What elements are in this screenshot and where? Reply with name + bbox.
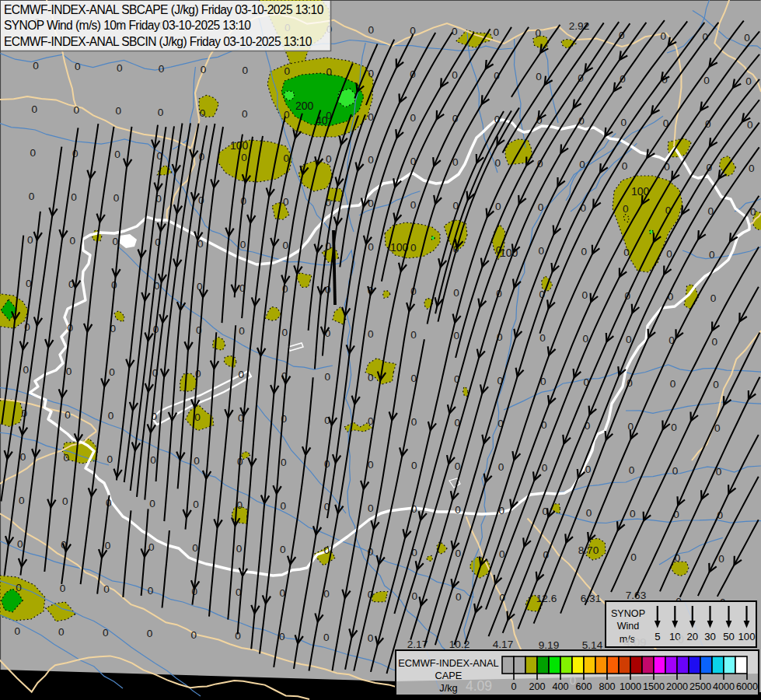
- svg-text:0: 0: [236, 543, 243, 555]
- svg-text:6.31: 6.31: [581, 593, 601, 604]
- svg-text:0: 0: [31, 103, 37, 115]
- svg-text:0: 0: [495, 201, 501, 212]
- svg-text:0: 0: [27, 234, 33, 246]
- svg-text:0: 0: [535, 27, 541, 39]
- svg-text:0: 0: [158, 107, 164, 118]
- svg-text:0: 0: [623, 203, 629, 215]
- svg-text:0: 0: [452, 69, 458, 81]
- svg-text:0: 0: [326, 153, 332, 165]
- svg-text:0: 0: [29, 191, 35, 202]
- svg-text:0: 0: [511, 681, 516, 692]
- svg-text:0: 0: [148, 585, 154, 597]
- svg-text:0: 0: [192, 542, 198, 554]
- svg-text:0: 0: [718, 553, 724, 565]
- svg-text:0: 0: [64, 452, 70, 464]
- svg-text:0: 0: [668, 334, 675, 346]
- svg-text:0: 0: [201, 64, 207, 75]
- svg-text:0: 0: [368, 154, 374, 166]
- svg-text:0: 0: [279, 631, 285, 642]
- svg-text:0: 0: [747, 119, 753, 131]
- svg-text:0: 0: [103, 583, 110, 595]
- svg-text:0: 0: [749, 163, 755, 174]
- svg-text:0: 0: [243, 65, 249, 76]
- svg-text:0: 0: [453, 287, 459, 299]
- svg-text:0: 0: [410, 329, 417, 341]
- svg-text:0: 0: [66, 366, 72, 377]
- svg-text:0: 0: [74, 104, 80, 116]
- svg-text:0: 0: [710, 292, 717, 304]
- svg-text:0: 0: [709, 249, 715, 261]
- svg-text:0: 0: [670, 378, 676, 390]
- svg-text:CAPE: CAPE: [435, 670, 463, 681]
- svg-text:0: 0: [58, 626, 65, 638]
- svg-text:4000: 4000: [713, 681, 735, 692]
- svg-text:0: 0: [14, 625, 20, 637]
- svg-text:5.14: 5.14: [582, 639, 603, 651]
- svg-text:0: 0: [242, 108, 248, 120]
- svg-text:0: 0: [411, 416, 417, 428]
- svg-text:2000: 2000: [666, 681, 688, 692]
- svg-text:6000: 6000: [736, 681, 758, 692]
- svg-text:200: 200: [529, 681, 545, 692]
- svg-text:20: 20: [686, 631, 698, 642]
- svg-text:0: 0: [20, 451, 26, 463]
- svg-text:0: 0: [149, 498, 155, 509]
- svg-text:0: 0: [410, 199, 417, 211]
- svg-text:0: 0: [60, 583, 66, 594]
- svg-text:0: 0: [570, 674, 576, 687]
- svg-text:0: 0: [103, 627, 109, 639]
- svg-text:0: 0: [112, 236, 118, 247]
- svg-text:0: 0: [194, 455, 200, 467]
- svg-text:0: 0: [626, 334, 632, 345]
- svg-text:0: 0: [70, 235, 76, 247]
- svg-text:0: 0: [283, 196, 289, 208]
- svg-text:0: 0: [62, 495, 68, 507]
- svg-text:0: 0: [239, 325, 245, 337]
- svg-text:4.09: 4.09: [623, 635, 646, 649]
- svg-text:0: 0: [495, 157, 501, 169]
- svg-text:0: 0: [581, 246, 587, 257]
- svg-text:600: 600: [575, 681, 592, 692]
- svg-text:0: 0: [672, 465, 679, 477]
- svg-text:0: 0: [585, 464, 592, 475]
- svg-text:0: 0: [147, 628, 153, 639]
- svg-text:0: 0: [106, 453, 113, 465]
- svg-text:ECMWF-INDEX-ANAL SBCAPE (J/kg): ECMWF-INDEX-ANAL SBCAPE (J/kg) Friday 03…: [4, 3, 324, 16]
- svg-text:0: 0: [539, 245, 545, 257]
- svg-text:2500: 2500: [689, 681, 711, 692]
- svg-text:0: 0: [19, 495, 25, 506]
- svg-text:0: 0: [629, 464, 635, 476]
- svg-text:0: 0: [703, 75, 710, 86]
- svg-text:Wind: Wind: [617, 621, 640, 632]
- svg-text:50: 50: [723, 631, 735, 642]
- svg-text:0: 0: [326, 66, 333, 78]
- svg-text:8.70: 8.70: [578, 544, 599, 556]
- svg-text:0: 0: [712, 336, 718, 348]
- svg-text:0: 0: [65, 409, 71, 421]
- svg-text:0: 0: [368, 632, 374, 644]
- svg-text:1500: 1500: [643, 681, 665, 692]
- svg-text:0: 0: [744, 32, 750, 44]
- svg-text:0: 0: [17, 538, 23, 550]
- svg-text:0: 0: [194, 411, 201, 423]
- svg-text:0: 0: [71, 191, 77, 203]
- svg-text:0: 0: [325, 371, 331, 383]
- svg-text:SYNOP Wind (m/s) 10m Friday 03: SYNOP Wind (m/s) 10m Friday 03-10-2025 1…: [4, 19, 251, 32]
- svg-text:4.09: 4.09: [466, 678, 492, 694]
- svg-text:0: 0: [368, 241, 374, 253]
- svg-text:0: 0: [75, 61, 81, 72]
- svg-text:0: 0: [150, 454, 156, 466]
- svg-text:0: 0: [455, 460, 461, 472]
- svg-text:0: 0: [116, 105, 122, 117]
- svg-text:0: 0: [23, 364, 29, 376]
- svg-text:12.6: 12.6: [536, 593, 557, 604]
- svg-text:0: 0: [109, 366, 115, 378]
- svg-text:0: 0: [33, 60, 39, 72]
- svg-text:0: 0: [280, 544, 286, 555]
- svg-text:0: 0: [105, 540, 111, 551]
- svg-text:0: 0: [411, 590, 417, 602]
- svg-text:0: 0: [671, 422, 677, 433]
- svg-text:0: 0: [108, 410, 114, 422]
- svg-text:0: 0: [239, 369, 245, 380]
- svg-text:0: 0: [539, 332, 546, 344]
